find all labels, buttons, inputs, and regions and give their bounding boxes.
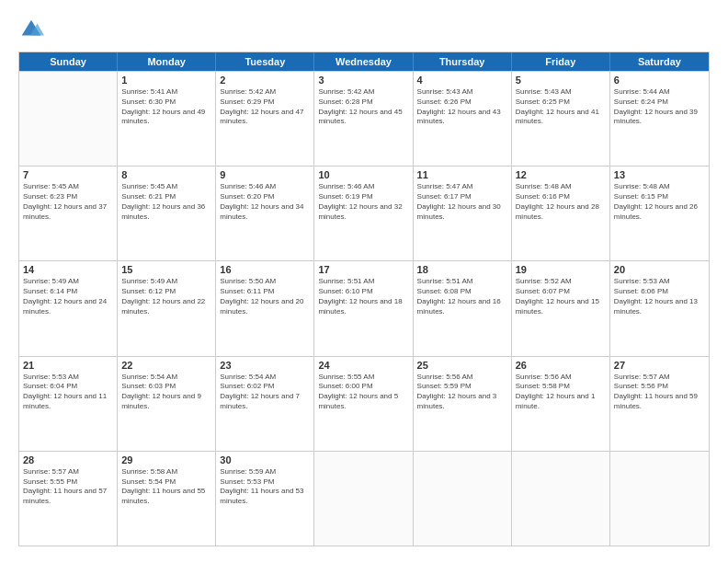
day-number: 24	[318, 360, 408, 371]
day-number: 16	[220, 264, 310, 275]
header-day-monday: Monday	[118, 52, 216, 71]
day-info: Sunrise: 5:45 AMSunset: 6:23 PMDaylight:…	[23, 182, 113, 222]
day-info: Sunrise: 5:46 AMSunset: 6:19 PMDaylight:…	[318, 182, 408, 222]
day-cell-28: 28Sunrise: 5:57 AMSunset: 5:55 PMDayligh…	[19, 452, 118, 546]
page: SundayMondayTuesdayWednesdayThursdayFrid…	[0, 0, 728, 563]
day-info: Sunrise: 5:58 AMSunset: 5:54 PMDaylight:…	[121, 467, 211, 507]
day-cell-30: 30Sunrise: 5:59 AMSunset: 5:53 PMDayligh…	[216, 452, 314, 546]
day-number: 2	[220, 75, 310, 86]
day-info: Sunrise: 5:55 AMSunset: 6:00 PMDaylight:…	[318, 373, 408, 412]
day-number: 25	[417, 360, 507, 371]
day-cell-18: 18Sunrise: 5:51 AMSunset: 6:08 PMDayligh…	[414, 261, 512, 355]
day-number: 22	[121, 360, 211, 371]
day-info: Sunrise: 5:42 AMSunset: 6:28 PMDaylight:…	[318, 87, 408, 127]
calendar-week-3: 14Sunrise: 5:49 AMSunset: 6:14 PMDayligh…	[19, 260, 709, 355]
day-number: 5	[516, 75, 606, 86]
day-cell-1: 1Sunrise: 5:41 AMSunset: 6:30 PMDaylight…	[118, 72, 216, 166]
header-day-thursday: Thursday	[414, 52, 512, 71]
day-cell-11: 11Sunrise: 5:47 AMSunset: 6:17 PMDayligh…	[414, 167, 512, 260]
day-number: 12	[516, 169, 606, 180]
day-info: Sunrise: 5:56 AMSunset: 5:59 PMDaylight:…	[417, 373, 507, 412]
day-number: 3	[318, 75, 408, 86]
day-info: Sunrise: 5:48 AMSunset: 6:16 PMDaylight:…	[516, 182, 606, 222]
day-number: 7	[23, 169, 113, 180]
day-info: Sunrise: 5:54 AMSunset: 6:03 PMDaylight:…	[121, 373, 211, 412]
day-number: 28	[23, 454, 113, 465]
day-number: 14	[23, 264, 113, 275]
day-number: 1	[121, 75, 211, 86]
day-cell-15: 15Sunrise: 5:49 AMSunset: 6:12 PMDayligh…	[118, 261, 216, 355]
day-info: Sunrise: 5:57 AMSunset: 5:55 PMDaylight:…	[23, 467, 113, 507]
header-day-sunday: Sunday	[19, 52, 118, 71]
day-cell-5: 5Sunrise: 5:43 AMSunset: 6:25 PMDaylight…	[512, 72, 610, 166]
day-number: 20	[614, 264, 705, 275]
day-cell-21: 21Sunrise: 5:53 AMSunset: 6:04 PMDayligh…	[19, 357, 118, 451]
calendar-week-5: 28Sunrise: 5:57 AMSunset: 5:55 PMDayligh…	[19, 451, 709, 546]
day-cell-19: 19Sunrise: 5:52 AMSunset: 6:07 PMDayligh…	[512, 261, 610, 355]
day-info: Sunrise: 5:59 AMSunset: 5:53 PMDaylight:…	[220, 467, 310, 507]
day-info: Sunrise: 5:43 AMSunset: 6:26 PMDaylight:…	[417, 87, 507, 127]
day-info: Sunrise: 5:51 AMSunset: 6:08 PMDaylight:…	[417, 277, 507, 316]
day-cell-14: 14Sunrise: 5:49 AMSunset: 6:14 PMDayligh…	[19, 261, 118, 355]
day-number: 9	[220, 169, 310, 180]
day-number: 26	[516, 360, 606, 371]
empty-cell	[314, 452, 413, 546]
day-number: 19	[516, 264, 606, 275]
day-info: Sunrise: 5:49 AMSunset: 6:12 PMDaylight:…	[121, 277, 211, 316]
day-cell-25: 25Sunrise: 5:56 AMSunset: 5:59 PMDayligh…	[414, 357, 512, 451]
day-cell-17: 17Sunrise: 5:51 AMSunset: 6:10 PMDayligh…	[314, 261, 413, 355]
day-cell-27: 27Sunrise: 5:57 AMSunset: 5:56 PMDayligh…	[610, 357, 709, 451]
day-info: Sunrise: 5:53 AMSunset: 6:04 PMDaylight:…	[23, 373, 113, 412]
day-info: Sunrise: 5:44 AMSunset: 6:24 PMDaylight:…	[614, 87, 705, 127]
header-day-saturday: Saturday	[610, 52, 709, 71]
day-cell-3: 3Sunrise: 5:42 AMSunset: 6:28 PMDaylight…	[314, 72, 413, 166]
day-info: Sunrise: 5:41 AMSunset: 6:30 PMDaylight:…	[121, 87, 211, 127]
logo-icon	[18, 17, 44, 42]
day-cell-22: 22Sunrise: 5:54 AMSunset: 6:03 PMDayligh…	[118, 357, 216, 451]
day-number: 10	[318, 169, 408, 180]
day-cell-16: 16Sunrise: 5:50 AMSunset: 6:11 PMDayligh…	[216, 261, 314, 355]
day-cell-9: 9Sunrise: 5:46 AMSunset: 6:20 PMDaylight…	[216, 167, 314, 260]
day-info: Sunrise: 5:48 AMSunset: 6:15 PMDaylight:…	[614, 182, 705, 222]
day-cell-23: 23Sunrise: 5:54 AMSunset: 6:02 PMDayligh…	[216, 357, 314, 451]
day-info: Sunrise: 5:50 AMSunset: 6:11 PMDaylight:…	[220, 277, 310, 316]
day-info: Sunrise: 5:43 AMSunset: 6:25 PMDaylight:…	[516, 87, 606, 127]
day-number: 8	[121, 169, 211, 180]
header-day-tuesday: Tuesday	[216, 52, 314, 71]
calendar-week-2: 7Sunrise: 5:45 AMSunset: 6:23 PMDaylight…	[19, 166, 709, 260]
day-cell-2: 2Sunrise: 5:42 AMSunset: 6:29 PMDaylight…	[216, 72, 314, 166]
calendar-header: SundayMondayTuesdayWednesdayThursdayFrid…	[19, 52, 709, 71]
empty-cell	[610, 452, 709, 546]
day-info: Sunrise: 5:46 AMSunset: 6:20 PMDaylight:…	[220, 182, 310, 222]
logo	[18, 17, 48, 42]
calendar-week-4: 21Sunrise: 5:53 AMSunset: 6:04 PMDayligh…	[19, 356, 709, 451]
day-cell-29: 29Sunrise: 5:58 AMSunset: 5:54 PMDayligh…	[118, 452, 216, 546]
day-number: 23	[220, 360, 310, 371]
empty-cell	[19, 72, 118, 166]
day-number: 21	[23, 360, 113, 371]
day-info: Sunrise: 5:56 AMSunset: 5:58 PMDaylight:…	[516, 373, 606, 412]
header	[18, 17, 710, 42]
day-number: 4	[417, 75, 507, 86]
empty-cell	[512, 452, 610, 546]
day-number: 11	[417, 169, 507, 180]
day-number: 27	[614, 360, 705, 371]
day-cell-12: 12Sunrise: 5:48 AMSunset: 6:16 PMDayligh…	[512, 167, 610, 260]
day-info: Sunrise: 5:57 AMSunset: 5:56 PMDaylight:…	[614, 373, 705, 412]
day-info: Sunrise: 5:52 AMSunset: 6:07 PMDaylight:…	[516, 277, 606, 316]
empty-cell	[414, 452, 512, 546]
day-cell-24: 24Sunrise: 5:55 AMSunset: 6:00 PMDayligh…	[314, 357, 413, 451]
day-info: Sunrise: 5:47 AMSunset: 6:17 PMDaylight:…	[417, 182, 507, 222]
day-cell-13: 13Sunrise: 5:48 AMSunset: 6:15 PMDayligh…	[610, 167, 709, 260]
day-cell-26: 26Sunrise: 5:56 AMSunset: 5:58 PMDayligh…	[512, 357, 610, 451]
day-number: 17	[318, 264, 408, 275]
day-info: Sunrise: 5:51 AMSunset: 6:10 PMDaylight:…	[318, 277, 408, 316]
calendar-week-1: 1Sunrise: 5:41 AMSunset: 6:30 PMDaylight…	[19, 71, 709, 166]
day-info: Sunrise: 5:49 AMSunset: 6:14 PMDaylight:…	[23, 277, 113, 316]
day-cell-10: 10Sunrise: 5:46 AMSunset: 6:19 PMDayligh…	[314, 167, 413, 260]
day-cell-4: 4Sunrise: 5:43 AMSunset: 6:26 PMDaylight…	[414, 72, 512, 166]
day-info: Sunrise: 5:53 AMSunset: 6:06 PMDaylight:…	[614, 277, 705, 316]
day-info: Sunrise: 5:54 AMSunset: 6:02 PMDaylight:…	[220, 373, 310, 412]
calendar-body: 1Sunrise: 5:41 AMSunset: 6:30 PMDaylight…	[19, 71, 709, 546]
day-cell-7: 7Sunrise: 5:45 AMSunset: 6:23 PMDaylight…	[19, 167, 118, 260]
